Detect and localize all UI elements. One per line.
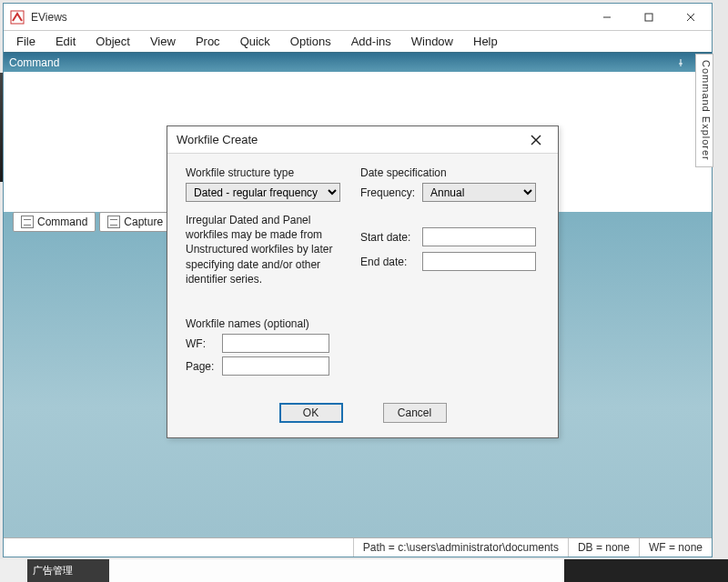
menu-view[interactable]: View [141, 33, 185, 50]
frequency-label: Frequency: [360, 186, 422, 199]
frequency-select[interactable]: Annual [422, 183, 536, 202]
svg-rect-2 [645, 14, 652, 21]
dialog-titlebar: Workfile Create [167, 126, 558, 154]
minimize-button[interactable] [586, 4, 628, 31]
start-date-input[interactable] [422, 227, 536, 246]
end-date-input[interactable] [422, 252, 536, 271]
dialog-title: Workfile Create [177, 133, 523, 146]
dialog-close-button[interactable] [523, 127, 549, 153]
tab-capture[interactable]: Capture [99, 212, 171, 232]
status-db: DB = none [568, 538, 639, 557]
pin-icon[interactable] [673, 55, 688, 70]
close-button[interactable] [670, 4, 712, 31]
names-label: Workfile names (optional) [186, 317, 329, 330]
end-date-label: End date: [360, 256, 422, 268]
menu-file[interactable]: File [7, 33, 45, 50]
date-spec-label: Date specification [360, 166, 536, 179]
menu-quick[interactable]: Quick [231, 33, 279, 50]
wf-name-label: WF: [186, 337, 222, 350]
statusbar: Path = c:\users\administrator\documents … [4, 537, 712, 557]
menu-window[interactable]: Window [402, 33, 462, 50]
command-panel-header: Command [4, 53, 712, 72]
command-explorer-tab[interactable]: Command Explorer [695, 54, 713, 167]
status-path: Path = c:\users\administrator\documents [353, 538, 568, 557]
menu-addins[interactable]: Add-ins [342, 33, 400, 50]
menu-help[interactable]: Help [464, 33, 507, 50]
menu-options[interactable]: Options [281, 33, 340, 50]
cancel-button[interactable]: Cancel [383, 403, 447, 423]
status-wf: WF = none [639, 538, 712, 557]
start-date-label: Start date: [360, 231, 422, 244]
structure-type-select[interactable]: Dated - regular frequency [186, 183, 340, 202]
app-title: EViews [31, 11, 586, 24]
tab-command[interactable]: Command [13, 212, 96, 232]
command-tabs: Command Capture [13, 212, 171, 232]
capture-tab-icon [107, 216, 120, 228]
structure-type-label: Workfile structure type [186, 166, 340, 179]
crop-label: 广告管理 [27, 559, 109, 582]
workfile-create-dialog: Workfile Create Workfile structure type … [167, 125, 559, 438]
page-name-input[interactable] [222, 356, 329, 376]
page-name-label: Page: [186, 360, 222, 373]
screen-crop-artifact: 广告管理 [0, 559, 728, 582]
app-logo-icon [9, 9, 25, 25]
ok-button[interactable]: OK [279, 403, 343, 423]
command-panel-title: Command [9, 56, 59, 69]
dialog-body: Workfile structure type Dated - regular … [167, 154, 558, 176]
command-tab-icon [21, 216, 34, 228]
menubar: File Edit Object View Proc Quick Options… [4, 31, 712, 53]
wf-name-input[interactable] [222, 334, 329, 353]
maximize-button[interactable] [628, 4, 670, 31]
titlebar: EViews [4, 4, 712, 31]
menu-object[interactable]: Object [86, 33, 139, 50]
structure-note: Irregular Dated and Panel workfiles may … [186, 213, 336, 286]
menu-proc[interactable]: Proc [187, 33, 229, 50]
menu-edit[interactable]: Edit [46, 33, 85, 50]
